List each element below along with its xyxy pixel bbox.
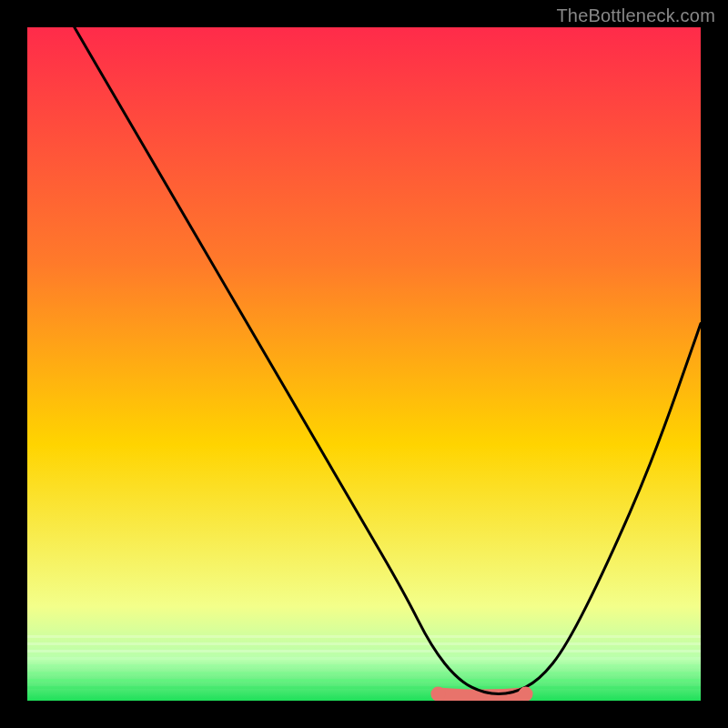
svg-rect-1 [27, 642, 701, 645]
svg-rect-0 [27, 635, 701, 638]
chart-frame: TheBottleneck.com [0, 0, 728, 728]
svg-rect-6 [27, 679, 701, 682]
svg-rect-2 [27, 650, 701, 652]
gradient-background [27, 27, 701, 701]
watermark-text: TheBottleneck.com [556, 5, 715, 26]
highlight-dot-start [430, 687, 445, 701]
plot-area [27, 27, 701, 701]
highlight-dot-end [519, 687, 533, 701]
svg-rect-7 [27, 686, 701, 689]
svg-rect-3 [27, 657, 701, 660]
svg-rect-4 [27, 664, 701, 667]
chart-svg [27, 27, 701, 701]
svg-rect-5 [27, 672, 701, 674]
highlight-segment [438, 694, 525, 696]
